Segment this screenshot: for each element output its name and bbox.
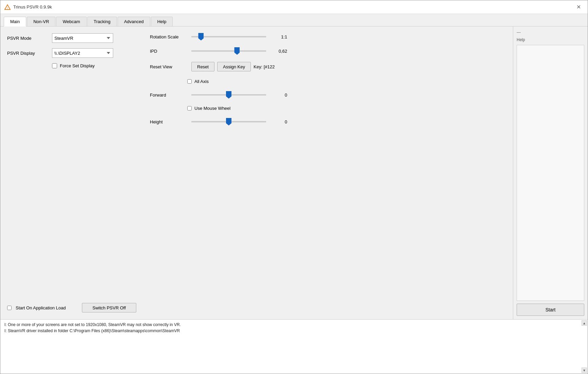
- psvr-display-row: PSVR Display \\.\DISPLAY2: [7, 48, 136, 58]
- tab-help[interactable]: Help: [151, 17, 173, 26]
- use-mouse-wheel-checkbox[interactable]: [187, 106, 192, 111]
- force-set-display-label: Force Set Display: [60, 63, 95, 68]
- psvr-mode-label: PSVR Mode: [7, 36, 48, 41]
- rotation-scale-value: 1:1: [270, 34, 287, 39]
- forward-value: 0: [270, 92, 287, 98]
- tab-webcam[interactable]: Webcam: [56, 17, 86, 26]
- start-on-load-label: Start On Application Load: [16, 305, 66, 310]
- assign-key-button[interactable]: Assign Key: [217, 62, 251, 71]
- left-panel: PSVR Mode SteamVR PSVR Display \\.\DISPL…: [0, 27, 143, 319]
- app-window: ! Trinus PSVR 0.9.9k ✕ Main Non-VR Webca…: [0, 0, 588, 374]
- rotation-scale-label: Rotation Scale: [150, 34, 187, 39]
- all-axis-checkbox[interactable]: [187, 79, 192, 84]
- ipd-label: IPD: [150, 49, 187, 54]
- start-button[interactable]: Start: [517, 304, 584, 316]
- tab-main[interactable]: Main: [4, 17, 26, 27]
- svg-text:!: !: [7, 6, 8, 10]
- force-set-display-row: Force Set Display: [52, 63, 136, 68]
- all-axis-label: All Axis: [194, 79, 209, 84]
- psvr-mode-row: PSVR Mode SteamVR: [7, 33, 136, 43]
- ipd-value: 0,62: [270, 49, 287, 54]
- reset-view-label: Reset View: [150, 64, 187, 69]
- scrollbar: ▲ ▼: [582, 320, 587, 373]
- titlebar: ! Trinus PSVR 0.9.9k ✕: [0, 0, 588, 14]
- height-slider[interactable]: [191, 121, 266, 122]
- tabs-bar: Main Non-VR Webcam Tracking Advanced Hel…: [0, 14, 588, 27]
- rotation-scale-row: Rotation Scale 1:1: [150, 33, 506, 40]
- psvr-mode-select[interactable]: SteamVR: [52, 33, 113, 43]
- reset-button[interactable]: Reset: [191, 62, 214, 71]
- ipd-slider-container: [191, 48, 266, 54]
- forward-slider-container: [191, 91, 266, 98]
- reset-view-buttons: Reset Assign Key Key: [#122: [191, 62, 275, 71]
- scroll-down-arrow[interactable]: ▼: [582, 368, 587, 373]
- height-slider-container: [191, 118, 266, 125]
- height-row: Height 0: [150, 118, 506, 125]
- forward-label: Forward: [150, 92, 187, 98]
- start-on-load-checkbox[interactable]: [7, 306, 12, 310]
- height-value: 0: [270, 119, 287, 124]
- use-mouse-wheel-row: Use Mouse Wheel: [187, 106, 506, 111]
- close-button[interactable]: ✕: [574, 2, 584, 12]
- tab-non-vr[interactable]: Non-VR: [27, 17, 55, 26]
- forward-slider[interactable]: [191, 94, 266, 96]
- psvr-display-select[interactable]: \\.\DISPLAY2: [52, 48, 113, 58]
- titlebar-left: ! Trinus PSVR 0.9.9k: [4, 4, 52, 10]
- height-label: Height: [150, 119, 187, 124]
- log-line-1: I: One or more of your screens are not s…: [4, 322, 584, 327]
- app-icon: !: [4, 4, 11, 10]
- rotation-scale-slider[interactable]: [191, 36, 266, 37]
- rotation-scale-slider-container: [191, 33, 266, 40]
- switch-psvr-off-button[interactable]: Switch PSVR Off: [82, 303, 136, 312]
- scroll-up-arrow[interactable]: ▲: [582, 320, 587, 326]
- reset-view-row: Reset View Reset Assign Key Key: [#122: [150, 62, 506, 71]
- psvr-display-label: PSVR Display: [7, 51, 48, 56]
- content-area: PSVR Mode SteamVR PSVR Display \\.\DISPL…: [0, 27, 588, 319]
- help-label: Help: [517, 37, 584, 42]
- panels-area: PSVR Mode SteamVR PSVR Display \\.\DISPL…: [0, 27, 513, 319]
- sidebar-dashes: ---: [517, 30, 584, 35]
- log-area: I: One or more of your screens are not s…: [0, 319, 588, 374]
- start-on-load-row: Start On Application Load Switch PSVR Of…: [7, 303, 136, 312]
- forward-row: Forward 0: [150, 91, 506, 98]
- right-panel: Rotation Scale 1:1 IPD 0,62 Reset: [143, 27, 513, 319]
- log-line-2: I: SteamVR driver installed in folder C:…: [4, 328, 584, 333]
- use-mouse-wheel-label: Use Mouse Wheel: [194, 106, 230, 111]
- ipd-row: IPD 0,62: [150, 48, 506, 54]
- right-sidebar: --- Help Start: [513, 27, 588, 319]
- app-title: Trinus PSVR 0.9.9k: [13, 4, 52, 10]
- force-set-display-checkbox[interactable]: [52, 63, 57, 68]
- help-box: [517, 45, 584, 301]
- all-axis-row: All Axis: [187, 79, 506, 84]
- tab-advanced[interactable]: Advanced: [118, 17, 150, 26]
- ipd-slider[interactable]: [191, 50, 266, 52]
- tab-tracking[interactable]: Tracking: [87, 17, 117, 26]
- key-text: Key: [#122: [254, 64, 275, 69]
